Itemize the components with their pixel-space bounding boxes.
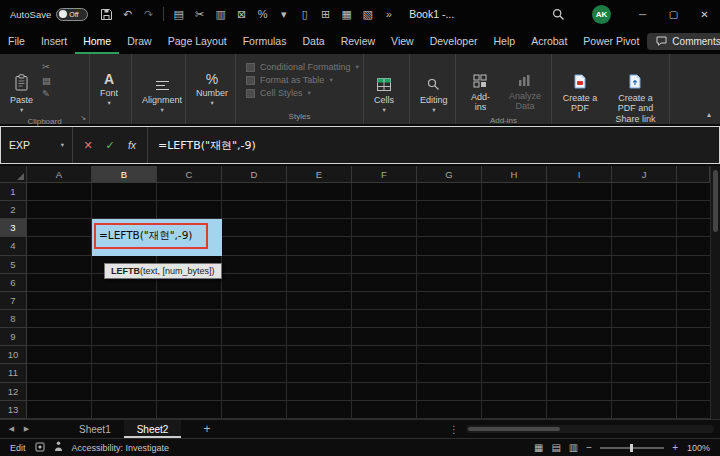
row-header[interactable]: 8 <box>0 310 27 328</box>
active-cell-editor[interactable]: =LEFTB("재현",-9) <box>94 223 208 249</box>
insert-function-button[interactable]: fx <box>121 139 143 151</box>
normal-view-icon[interactable]: ▦ <box>534 442 543 453</box>
create-pdf-button[interactable]: Create a PDF <box>556 57 604 117</box>
undo-icon[interactable]: ↶ <box>117 8 138 21</box>
row-header[interactable]: 2 <box>0 201 27 219</box>
page-layout-view-icon[interactable]: ▤ <box>551 442 560 453</box>
row-header[interactable]: 12 <box>0 383 27 401</box>
tab-file[interactable]: File <box>0 28 33 54</box>
autosave-toggle[interactable]: AutoSave Off <box>10 8 88 21</box>
col-header[interactable]: D <box>222 166 287 183</box>
row-header[interactable]: 5 <box>0 256 27 274</box>
save-icon[interactable] <box>96 8 117 21</box>
cell-styles-button[interactable]: Cell Styles ▾ <box>246 88 359 98</box>
tab-formulas[interactable]: Formulas <box>235 28 295 54</box>
tab-page-layout[interactable]: Page Layout <box>160 28 235 54</box>
tab-help[interactable]: Help <box>486 28 524 54</box>
col-header[interactable]: F <box>352 166 417 183</box>
number-menu-button[interactable]: % Number ▾ <box>190 69 234 110</box>
cells-menu-button[interactable]: Cells ▾ <box>368 61 400 117</box>
qat-overflow-icon[interactable]: » <box>378 8 399 20</box>
vertical-scrollbar-thumb[interactable] <box>713 170 718 232</box>
next-sheet-icon[interactable]: ▶ <box>19 420 34 438</box>
qat-new-doc-icon[interactable]: ▯ <box>294 8 315 21</box>
page-break-view-icon[interactable]: ▥ <box>569 442 578 453</box>
zoom-level[interactable]: 100% <box>686 443 710 453</box>
row-header[interactable]: 11 <box>0 364 27 382</box>
col-header-partial[interactable] <box>677 166 710 183</box>
autosave-switch[interactable]: Off <box>56 8 88 21</box>
row-header[interactable]: 7 <box>0 292 27 310</box>
cut-icon[interactable]: ✂ <box>42 62 51 72</box>
sheet-tab-sheet1[interactable]: Sheet1 <box>66 420 124 438</box>
vertical-scrollbar[interactable] <box>710 166 720 419</box>
format-as-table-button[interactable]: Format as Table ▾ <box>246 75 359 85</box>
tab-review[interactable]: Review <box>333 28 383 54</box>
zoom-in-button[interactable]: + <box>672 442 678 453</box>
col-header[interactable]: J <box>612 166 677 183</box>
conditional-formatting-button[interactable]: Conditional Formatting ▾ <box>246 62 359 72</box>
tab-view[interactable]: View <box>383 28 422 54</box>
name-box[interactable]: EXP ▾ <box>1 127 73 163</box>
create-pdf-share-button[interactable]: Create a PDF and Share link <box>606 57 665 127</box>
cancel-icon[interactable]: ✕ <box>77 139 99 152</box>
qat-pivot-icon[interactable]: ▧ <box>357 8 378 21</box>
prev-sheet-icon[interactable]: ◀ <box>4 420 19 438</box>
col-header[interactable]: H <box>482 166 547 183</box>
collapse-ribbon-icon[interactable]: ▴ <box>707 110 711 119</box>
zoom-slider-thumb[interactable] <box>630 444 633 452</box>
alignment-menu-button[interactable]: Alignment ▾ <box>136 62 188 117</box>
analyze-data-button[interactable]: Analyze Data <box>503 57 547 115</box>
qat-cut-icon[interactable]: ✂ <box>189 8 210 21</box>
comments-button[interactable]: Comments <box>647 33 720 50</box>
qat-delete-icon[interactable]: ⊠ <box>231 8 252 21</box>
enter-icon[interactable]: ✓ <box>99 139 121 152</box>
redo-icon[interactable]: ↷ <box>138 8 159 21</box>
cell-selection[interactable]: =LEFTB("재현",-9) <box>92 219 222 255</box>
paste-button[interactable]: Paste ▾ <box>4 57 39 117</box>
accessibility-status[interactable]: Accessibility: Investigate <box>72 443 170 453</box>
sheet-tab-sheet2[interactable]: Sheet2 <box>124 420 182 438</box>
copy-icon[interactable]: ▤ <box>42 76 51 86</box>
tab-insert[interactable]: Insert <box>33 28 75 54</box>
format-painter-icon[interactable]: ✎ <box>42 89 51 99</box>
row-header[interactable]: 13 <box>0 401 27 419</box>
col-header[interactable]: B <box>92 166 157 183</box>
row-header[interactable]: 10 <box>0 346 27 364</box>
col-header[interactable]: E <box>287 166 352 183</box>
qat-copy-icon[interactable]: ▤ <box>168 8 189 21</box>
qat-percent-icon[interactable]: % <box>252 8 273 20</box>
horizontal-scrollbar-thumb[interactable] <box>468 427 560 431</box>
macro-record-icon[interactable] <box>35 442 45 454</box>
qat-table-icon[interactable]: ⊞ <box>315 8 336 21</box>
col-header[interactable]: I <box>547 166 612 183</box>
zoom-slider[interactable] <box>600 447 664 449</box>
row-header[interactable]: 6 <box>0 274 27 292</box>
font-menu-button[interactable]: A Font ▾ <box>94 69 124 110</box>
tab-data[interactable]: Data <box>294 28 332 54</box>
search-icon[interactable] <box>546 8 570 21</box>
maximize-button[interactable]: ▢ <box>658 0 689 28</box>
formula-input[interactable]: =LEFTB("재현",-9) <box>148 127 719 163</box>
col-header[interactable]: G <box>417 166 482 183</box>
row-header[interactable]: 1 <box>0 183 27 201</box>
row-header[interactable]: 4 <box>0 237 27 255</box>
close-button[interactable]: ✕ <box>689 0 720 28</box>
row-header[interactable]: 9 <box>0 328 27 346</box>
user-avatar[interactable]: AK <box>592 5 611 24</box>
qat-chart-icon[interactable]: ▦ <box>336 8 357 21</box>
editing-menu-button[interactable]: Editing ▾ <box>414 61 454 117</box>
dialog-launcher-icon[interactable]: ↘ <box>80 114 86 122</box>
col-header[interactable]: C <box>157 166 222 183</box>
qat-sort-icon[interactable]: ▾ <box>273 8 294 21</box>
addins-button[interactable]: Add-ins <box>460 57 501 116</box>
tab-developer[interactable]: Developer <box>422 28 486 54</box>
qat-paste-icon[interactable]: ▥ <box>210 8 231 21</box>
horizontal-scrollbar[interactable] <box>466 425 714 433</box>
zoom-out-button[interactable]: − <box>586 442 592 453</box>
tab-power-pivot[interactable]: Power Pivot <box>575 28 647 54</box>
row-header[interactable]: 3 <box>0 219 27 237</box>
tab-acrobat[interactable]: Acrobat <box>523 28 575 54</box>
new-sheet-button[interactable]: + <box>203 420 210 438</box>
tab-home[interactable]: Home <box>75 28 119 54</box>
